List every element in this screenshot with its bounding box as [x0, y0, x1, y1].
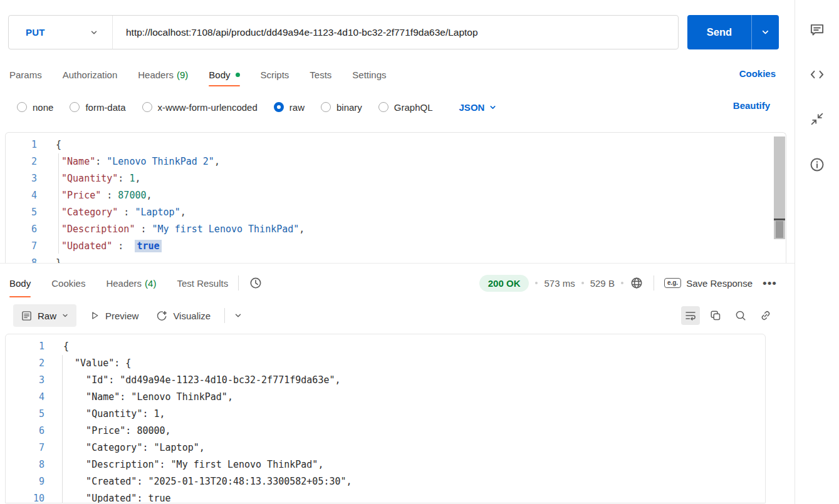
dot-separator	[581, 282, 584, 284]
beautify-link[interactable]: Beautify	[733, 100, 770, 111]
response-history-icon[interactable]	[249, 276, 263, 290]
code-text: "Category" : "Laptop",	[56, 204, 186, 221]
collapse-arrows-icon[interactable]	[810, 111, 825, 126]
body-mode-graphql[interactable]: GraphQL	[378, 102, 433, 113]
visualize-label: Visualize	[173, 311, 211, 321]
code-line: 6 "Description" : "My first Lenovo Think…	[6, 221, 786, 238]
tab-label: Body	[209, 69, 230, 80]
line-number: 5	[13, 406, 63, 423]
code-line: 1{	[6, 136, 786, 153]
scrollbar-selection-marker	[774, 219, 785, 220]
line-number: 10	[13, 490, 63, 503]
code-text: "Name": "Lenovo ThinkPad",	[63, 389, 233, 406]
line-number: 4	[6, 187, 56, 204]
body-mode-x-www-form-urlencoded[interactable]: x-www-form-urlencoded	[142, 102, 258, 113]
language-select[interactable]: JSON	[459, 102, 498, 113]
response-time: 573 ms	[544, 278, 575, 289]
tab-label: Body	[9, 278, 31, 289]
response-tabs: BodyCookiesHeaders(4)Test Results	[9, 269, 228, 297]
divider	[112, 16, 113, 49]
dot-separator	[535, 282, 538, 284]
code-line: 4 "Name": "Lenovo ThinkPad",	[13, 389, 765, 406]
line-number: 6	[6, 221, 56, 238]
tab-settings[interactable]: Settings	[352, 63, 386, 86]
send-button[interactable]: Send	[687, 15, 751, 49]
radio-icon	[70, 102, 80, 112]
line-number: 9	[13, 473, 63, 490]
search-icon[interactable]	[731, 306, 750, 325]
request-body-editor[interactable]: 1{2 "Name": "Lenovo ThinkPad 2",3 "Quant…	[5, 132, 786, 263]
tab-scripts[interactable]: Scripts	[261, 63, 289, 86]
code-text: "Quantity": 1,	[56, 170, 140, 187]
code-line: 1{	[13, 338, 765, 355]
code-line: 7 "Category": "Laptop",	[13, 440, 765, 456]
tab-tests[interactable]: Tests	[310, 63, 331, 86]
send-options-caret[interactable]	[751, 15, 779, 49]
tab-authorization[interactable]: Authorization	[63, 63, 118, 86]
url-input[interactable]	[126, 27, 670, 38]
tab-label: Headers	[138, 69, 174, 80]
method-select[interactable]: PUT	[9, 16, 112, 49]
response-tab-cookies[interactable]: Cookies	[51, 269, 85, 297]
indent-guide	[62, 355, 63, 503]
tab-label: Params	[9, 69, 42, 80]
code-line: 3 "Quantity": 1,	[6, 170, 786, 187]
preview-button[interactable]: Preview	[84, 310, 143, 321]
view-mode-label: Raw	[38, 311, 56, 321]
editor-scrollbar[interactable]	[773, 133, 786, 263]
tab-body[interactable]: Body	[209, 63, 239, 86]
response-view-toolbar: Raw Preview Visualize	[13, 302, 242, 329]
network-globe-icon[interactable]	[630, 276, 644, 290]
line-number: 2	[6, 153, 56, 170]
body-mode-none[interactable]: none	[17, 102, 53, 113]
line-number: 8	[6, 255, 56, 263]
comment-icon[interactable]	[809, 21, 825, 38]
more-options-icon[interactable]: •••	[763, 277, 777, 289]
view-more-caret[interactable]	[234, 311, 242, 320]
chevron-down-icon	[61, 312, 69, 319]
pane-divider[interactable]	[0, 263, 795, 264]
wrap-text-icon[interactable]	[681, 306, 700, 325]
example-icon: e.g.	[664, 278, 681, 288]
response-tab-test-results[interactable]: Test Results	[177, 269, 228, 297]
code-line: 7 "Updated" : true	[6, 238, 786, 255]
response-tab-body[interactable]: Body	[9, 269, 31, 297]
response-tab-headers[interactable]: Headers(4)	[106, 269, 156, 297]
tab-headers[interactable]: Headers(9)	[138, 63, 188, 86]
tab-count: (9)	[177, 69, 188, 80]
code-text: {	[56, 136, 61, 153]
line-number: 4	[13, 389, 63, 406]
language-label: JSON	[459, 102, 485, 113]
response-body-viewer[interactable]: 1{2 "Value": {3 "Id": "dd49a94e-1123-4d1…	[5, 334, 766, 503]
magic-sparkle-icon	[156, 310, 168, 322]
radio-icon	[274, 102, 284, 112]
code-text: "Description": "My first Lenovo ThinkPad…	[63, 456, 323, 473]
mode-label: binary	[336, 102, 362, 113]
tab-label: Cookies	[51, 278, 85, 289]
body-mode-binary[interactable]: binary	[321, 102, 362, 113]
mode-label: GraphQL	[394, 102, 433, 113]
code-line: 10 "Updated": true	[13, 490, 765, 503]
body-mode-form-data[interactable]: form-data	[70, 102, 125, 113]
tab-count: (4)	[145, 278, 156, 289]
url-bar: PUT	[8, 15, 679, 49]
response-meta: 200 OK 573 ms 529 B e.g. Save Response •…	[479, 275, 777, 292]
code-text: "Price": 80000,	[63, 423, 171, 440]
code-snippet-icon[interactable]	[809, 66, 825, 83]
line-number: 3	[13, 372, 63, 389]
line-number: 8	[13, 456, 63, 473]
copy-icon[interactable]	[706, 306, 725, 325]
body-mode-raw[interactable]: raw	[274, 102, 305, 113]
chevron-down-icon	[90, 28, 98, 37]
code-text: "Price" : 87000,	[56, 187, 152, 204]
cookies-link[interactable]: Cookies	[739, 68, 776, 79]
line-number: 6	[13, 423, 63, 440]
tab-params[interactable]: Params	[9, 63, 42, 86]
send-split-button: Send	[687, 15, 779, 49]
view-mode-select[interactable]: Raw	[13, 304, 76, 327]
save-response-button[interactable]: e.g. Save Response	[664, 278, 753, 289]
info-icon[interactable]	[809, 157, 825, 173]
code-line: 5 "Category" : "Laptop",	[6, 204, 786, 221]
link-icon[interactable]	[756, 306, 775, 325]
visualize-button[interactable]: Visualize	[151, 310, 216, 322]
